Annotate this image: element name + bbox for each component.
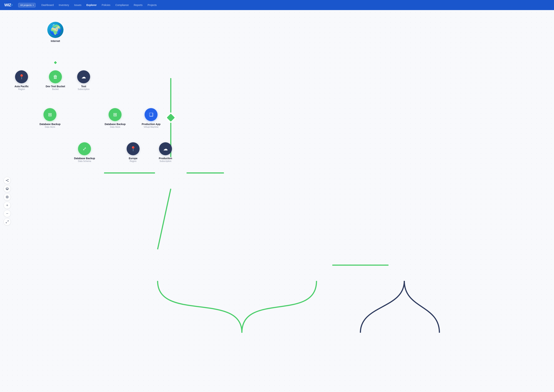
node-europe[interactable]: 📍 Europe Region xyxy=(127,142,139,163)
zoom-out-button[interactable] xyxy=(4,210,11,217)
production-cloud-icon: ☁ xyxy=(159,142,172,155)
svg-line-10 xyxy=(7,181,8,181)
node-test-subscription[interactable]: ☁ Test Subscription xyxy=(77,70,90,91)
node-dev-test-bucket[interactable]: 🗑 Dev Test Bucket Bucket xyxy=(46,70,65,91)
database-icon-left: ⊞ xyxy=(43,108,56,121)
all-projects-button[interactable]: All projects ▾ xyxy=(18,3,36,7)
nav-reports[interactable]: Reports xyxy=(134,4,142,7)
svg-rect-1 xyxy=(166,113,176,123)
schema-icon: ⤢ xyxy=(78,142,91,155)
left-toolbar xyxy=(4,177,11,225)
svg-point-14 xyxy=(7,197,7,197)
graph-canvas[interactable]: Internet 📍 Asia Pacific Region 🗑 Dev Tes… xyxy=(0,10,554,392)
nav-inventory[interactable]: Inventory xyxy=(59,4,69,7)
node-asia-pacific[interactable]: 📍 Asia Pacific Region xyxy=(14,70,29,91)
database-icon-right: ⊞ xyxy=(109,108,122,121)
svg-line-9 xyxy=(7,180,8,181)
node-internet[interactable]: Internet xyxy=(47,22,63,43)
chevron-down-icon: ▾ xyxy=(33,4,34,6)
nav-policies[interactable]: Policies xyxy=(102,4,110,7)
bucket-icon: 🗑 xyxy=(49,70,62,83)
top-navigation: WIZ+ All projects ▾ Dashboard Inventory … xyxy=(0,0,554,10)
svg-line-18 xyxy=(7,221,8,221)
svg-point-7 xyxy=(8,179,8,180)
cloud-icon: ☁ xyxy=(77,70,90,83)
nav-links: Dashboard Inventory Issues Explorer Poli… xyxy=(41,3,550,7)
node-production-app[interactable]: ❑ Production App Virtual Machine xyxy=(142,108,160,129)
add-button[interactable] xyxy=(4,202,11,209)
vm-icon: ❑ xyxy=(145,108,158,121)
graph-layout-button[interactable] xyxy=(4,177,11,184)
svg-line-4 xyxy=(158,189,171,249)
node-internet-label: Internet xyxy=(51,39,60,43)
europe-icon: 📍 xyxy=(127,142,139,155)
nav-dashboard[interactable]: Dashboard xyxy=(41,4,54,7)
node-db-backup-left[interactable]: ⊞ Database Backup Data Store xyxy=(40,108,61,129)
connector-diamond xyxy=(53,60,58,65)
nav-projects[interactable]: Projects xyxy=(148,4,157,7)
node-db-schema[interactable]: ⤢ Database Backup Data Schema xyxy=(74,142,95,163)
svg-point-6 xyxy=(6,180,7,181)
node-db-backup-right[interactable]: ⊞ Database Backup Data Store xyxy=(105,108,126,129)
nav-explorer[interactable]: Explorer xyxy=(86,4,97,7)
asia-pacific-icon: 📍 xyxy=(15,70,28,83)
svg-line-19 xyxy=(6,222,7,223)
logo: WIZ+ xyxy=(4,3,12,7)
nav-compliance[interactable]: Compliance xyxy=(116,4,129,7)
globe-icon xyxy=(47,22,63,38)
svg-point-8 xyxy=(8,181,8,182)
expand-button[interactable] xyxy=(4,218,11,225)
target-button[interactable] xyxy=(4,193,11,201)
graph-connections xyxy=(0,10,554,392)
nav-issues[interactable]: Issues xyxy=(74,4,81,7)
layers-button[interactable] xyxy=(4,185,11,192)
node-production-subscription[interactable]: ☁ Production Subscription xyxy=(159,142,172,163)
